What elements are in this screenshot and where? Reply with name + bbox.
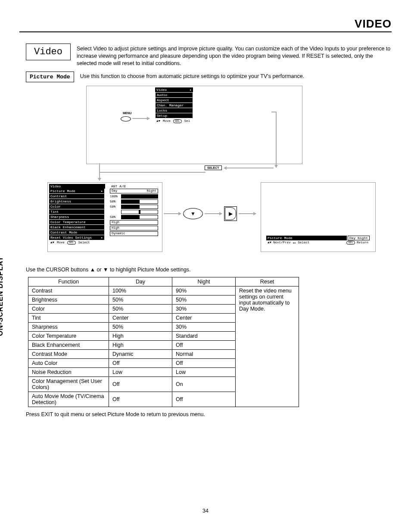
table-cell: Center <box>109 313 172 322</box>
menu-label: MENU <box>123 112 132 115</box>
table-cell: Center <box>172 313 236 322</box>
osd-menu-item: Tint <box>49 209 105 215</box>
exit-instruction: Press EXIT to quit menu or select Pictur… <box>26 411 385 417</box>
osd-value-row: 50% <box>110 215 158 220</box>
osd-video-title: Video <box>49 184 105 189</box>
pm-panel-opts: Day Night <box>348 236 370 240</box>
diagram-area: MENU Video▸ AudioAspectChan. ManagerLock… <box>26 86 385 258</box>
table-cell: Low <box>109 367 172 376</box>
nav-right-button: ▶ <box>224 206 237 221</box>
osd-menu-item: Setup <box>156 113 193 118</box>
table-cell: Black Enhancement <box>28 340 109 349</box>
table-cell: Tint <box>28 313 109 322</box>
osd-main-footer: ▲▼Move Sel MoveSELSel <box>155 119 193 124</box>
osd-menu-item: Aspect <box>156 98 193 103</box>
table-cell: Off <box>172 392 236 407</box>
connector-line <box>271 112 277 128</box>
table-cell: 50% <box>109 322 172 331</box>
osd-value-row <box>110 210 158 215</box>
osd-value-row: High <box>110 220 158 226</box>
table-cell: Auto Movie Mode (TV/Cinema Detection) <box>28 392 109 407</box>
table-cell: Off <box>172 340 236 349</box>
connector-line <box>99 163 206 173</box>
table-cell: Normal <box>172 349 236 358</box>
table-cell: High <box>109 340 172 349</box>
select-tag: SELECT <box>205 165 222 170</box>
settings-table: FunctionDayNightReset Contrast100%90%Res… <box>28 277 299 407</box>
table-header: Reset <box>236 277 299 286</box>
table-header: Function <box>28 277 109 286</box>
osd-picture-mode-panel: Picture Mode Day Night ▲▼Next/Prev◂▸Sele… <box>266 236 370 245</box>
osd-menu-item: Black Enhancement <box>49 225 105 230</box>
pm-panel-title: Picture Mode <box>266 236 347 240</box>
arrow-icon <box>205 213 222 214</box>
osd-value-row: 100% <box>110 194 158 199</box>
nav-down-button: ▼ <box>183 208 203 219</box>
table-cell: 100% <box>109 286 172 295</box>
table-cell: Brightness <box>28 295 109 304</box>
table-cell: Contrast Mode <box>28 349 109 358</box>
arrow-icon <box>239 213 256 214</box>
osd-value-row: High <box>110 226 158 231</box>
osd-main-title: Video▸ <box>155 87 193 92</box>
table-cell: Off <box>172 358 236 367</box>
pm-panel-footer: ▲▼Next/Prev◂▸Select SELReturn <box>266 240 370 245</box>
osd-value-row: Dynamic <box>110 231 158 237</box>
side-label: ON-SCREEN DISPLAY <box>0 256 4 336</box>
table-cell: 50% <box>172 295 236 304</box>
intro-text: Select Video to adjust picture settings … <box>77 45 392 67</box>
table-cell: Off <box>109 392 172 407</box>
table-header: Night <box>172 277 236 286</box>
arrow-down-icon <box>276 127 277 168</box>
table-cell: Standard <box>172 331 236 340</box>
page-title: VIDEO <box>19 17 392 31</box>
osd-value-row: 50% <box>110 199 158 205</box>
page-number: 34 <box>19 508 392 514</box>
table-cell: High <box>109 331 172 340</box>
osd-menu-item: Picture Mode▸ <box>49 189 105 194</box>
table-cell: Noise Reduction <box>28 367 109 376</box>
table-cell: Auto Color <box>28 358 109 367</box>
osd-main-menu: Video▸ AudioAspectChan. ManagerLocksSetu… <box>155 87 193 124</box>
arrow-left-icon <box>224 168 274 168</box>
osd-video-menu: Video Picture Mode▸ContrastBrightnessCol… <box>49 184 105 245</box>
arrow-down-icon <box>99 172 100 180</box>
table-cell: On <box>172 376 236 392</box>
table-cell: Color Management (Set User Colors) <box>28 376 109 392</box>
osd-menu-item: Brightness <box>49 199 105 204</box>
header-rule: VIDEO <box>19 17 392 32</box>
values-header: ANT A/B <box>110 184 158 189</box>
video-section-box: Video <box>26 44 71 60</box>
menu-button-icon <box>121 116 131 121</box>
gray-frame-top <box>86 86 302 164</box>
table-cell: Dynamic <box>109 349 172 358</box>
table-cell: Color <box>28 304 109 313</box>
table-cell: 30% <box>172 322 236 331</box>
picture-mode-text: Use this function to choose from automat… <box>80 72 304 80</box>
table-cell: 90% <box>172 286 236 295</box>
osd-menu-item: Contrast <box>49 194 105 199</box>
osd-values-panel: ANT A/B DayNight100%50%50%50%HighHighDyn… <box>110 184 158 237</box>
table-cell: Color Temperature <box>28 331 109 340</box>
table-cell: 50% <box>109 304 172 313</box>
arrow-icon <box>132 118 149 119</box>
osd-menu-item: Contrast Mode <box>49 230 105 235</box>
table-cell: 30% <box>172 304 236 313</box>
reset-cell: Reset the video menu settings on current… <box>236 286 299 407</box>
table-cell: Sharpness <box>28 322 109 331</box>
osd-value-row: 50% <box>110 205 158 210</box>
osd-value-row: DayNight <box>110 189 158 194</box>
osd-menu-item: Locks <box>156 108 193 113</box>
table-header: Day <box>109 277 172 286</box>
cursor-instruction: Use the CURSOR buttons ▲ or ▼ to highlig… <box>26 267 385 273</box>
osd-video-footer: ▲▼MoveSELSelect <box>49 240 105 245</box>
table-cell: Contrast <box>28 286 109 295</box>
osd-menu-item: Sharpness <box>49 215 105 220</box>
osd-menu-item: Color Temperature <box>49 220 105 225</box>
osd-menu-item: Audio <box>156 93 193 98</box>
table-row: Contrast100%90%Reset the video menu sett… <box>28 286 299 295</box>
osd-menu-item: Reset Video Settings▸ <box>49 235 105 240</box>
table-cell: Off <box>109 376 172 392</box>
table-cell: Off <box>109 358 172 367</box>
table-cell: 50% <box>109 295 172 304</box>
